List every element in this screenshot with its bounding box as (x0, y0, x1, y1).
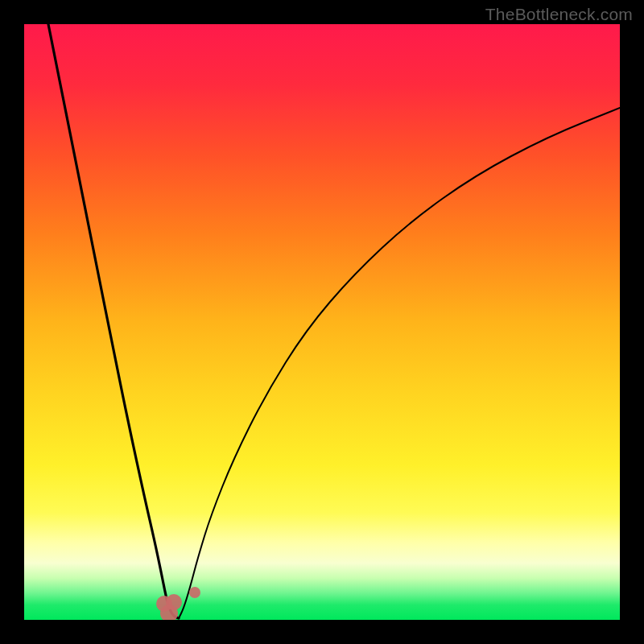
watermark-text: TheBottleneck.com (485, 5, 633, 24)
valley-blob (166, 594, 182, 610)
valley-dot (189, 587, 200, 598)
chart-frame: TheBottleneck.com (0, 0, 644, 644)
gradient-background (24, 24, 620, 620)
bottleneck-curve-chart (24, 24, 620, 620)
plot-area (24, 24, 620, 620)
